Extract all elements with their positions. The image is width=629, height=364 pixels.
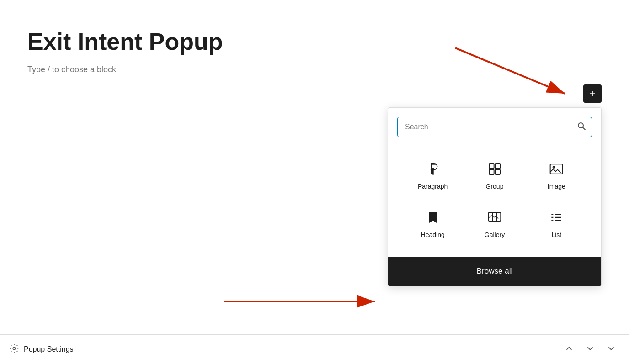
settings-label: Popup Settings	[24, 345, 74, 353]
image-label: Image	[548, 183, 565, 190]
block-item-heading[interactable]: Heading	[402, 199, 464, 248]
block-inserter-popup: ¶ Paragraph Group	[388, 107, 602, 286]
group-icon	[485, 160, 504, 178]
search-input-wrapper	[397, 117, 592, 137]
group-label: Group	[486, 183, 504, 190]
svg-point-23	[13, 347, 16, 350]
paragraph-icon: ¶	[424, 160, 442, 178]
nav-down-button[interactable]	[581, 342, 599, 358]
page-title: Exit Intent Popup	[27, 27, 602, 56]
svg-text:¶: ¶	[430, 166, 434, 176]
paragraph-label: Paragraph	[418, 183, 448, 190]
list-icon	[547, 208, 565, 227]
svg-rect-6	[489, 164, 494, 169]
svg-rect-8	[489, 169, 494, 174]
bottom-nav-arrows	[560, 342, 620, 358]
blocks-grid: ¶ Paragraph Group	[388, 142, 601, 252]
heading-label: Heading	[421, 231, 445, 238]
block-hint: Type / to choose a block	[27, 65, 602, 74]
block-item-group[interactable]: Group	[464, 151, 525, 199]
browse-all-button[interactable]: Browse all	[388, 257, 601, 286]
block-item-paragraph[interactable]: ¶ Paragraph	[402, 151, 464, 199]
bottom-bar: Popup Settings	[0, 334, 629, 364]
search-area	[388, 108, 601, 142]
svg-rect-7	[495, 164, 500, 169]
svg-point-11	[553, 166, 555, 168]
block-item-list[interactable]: List	[526, 199, 587, 248]
image-icon	[547, 160, 565, 178]
add-block-button[interactable]: +	[583, 84, 602, 103]
gallery-label: Gallery	[485, 231, 505, 238]
gear-icon	[9, 343, 19, 356]
popup-settings: Popup Settings	[9, 343, 74, 356]
main-content: Exit Intent Popup Type / to choose a blo…	[0, 0, 629, 74]
nav-expand-button[interactable]	[602, 342, 620, 358]
list-label: List	[551, 231, 561, 238]
bottom-arrow	[219, 288, 384, 315]
block-item-gallery[interactable]: Gallery	[464, 199, 525, 248]
heading-icon	[424, 208, 442, 227]
block-item-image[interactable]: Image	[526, 151, 587, 199]
svg-rect-9	[495, 169, 500, 174]
gallery-icon	[485, 208, 504, 227]
search-input[interactable]	[398, 117, 592, 137]
nav-up-button[interactable]	[560, 342, 578, 358]
